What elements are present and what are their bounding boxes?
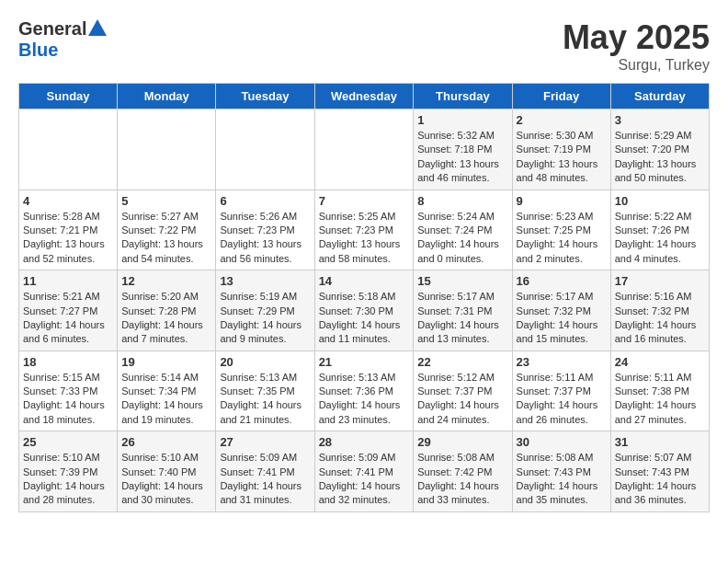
cell-content: Sunrise: 5:21 AM Sunset: 7:27 PM Dayligh…	[23, 290, 113, 347]
day-number: 23	[517, 355, 607, 369]
cell-content: Sunrise: 5:25 AM Sunset: 7:23 PM Dayligh…	[319, 210, 410, 267]
cell-content: Sunrise: 5:13 AM Sunset: 7:36 PM Dayligh…	[319, 371, 410, 428]
day-number: 8	[417, 194, 507, 208]
cell-content: Sunrise: 5:07 AM Sunset: 7:43 PM Dayligh…	[615, 451, 705, 508]
calendar-cell: 20Sunrise: 5:13 AM Sunset: 7:35 PM Dayli…	[216, 350, 314, 431]
calendar-cell: 27Sunrise: 5:09 AM Sunset: 7:41 PM Dayli…	[216, 431, 314, 512]
day-number: 29	[417, 435, 507, 449]
day-header-sunday: Sunday	[19, 84, 118, 109]
calendar-cell: 2Sunrise: 5:30 AM Sunset: 7:19 PM Daylig…	[512, 109, 610, 190]
day-header-saturday: Saturday	[610, 84, 709, 109]
day-header-wednesday: Wednesday	[314, 84, 414, 109]
calendar-cell: 17Sunrise: 5:16 AM Sunset: 7:32 PM Dayli…	[610, 270, 709, 351]
cell-content: Sunrise: 5:16 AM Sunset: 7:32 PM Dayligh…	[615, 290, 705, 347]
day-number: 11	[23, 274, 113, 288]
title-block: May 2025 Surgu, Turkey	[563, 18, 710, 74]
cell-content: Sunrise: 5:11 AM Sunset: 7:37 PM Dayligh…	[517, 371, 607, 428]
day-number: 2	[517, 113, 607, 127]
calendar-table: SundayMondayTuesdayWednesdayThursdayFrid…	[18, 83, 710, 512]
day-number: 18	[23, 355, 113, 369]
day-number: 24	[615, 355, 705, 369]
calendar-cell	[19, 109, 118, 190]
calendar-cell: 14Sunrise: 5:18 AM Sunset: 7:30 PM Dayli…	[314, 270, 414, 351]
day-number: 10	[615, 194, 705, 208]
day-number: 4	[23, 194, 113, 208]
logo-triangle-icon	[88, 19, 107, 36]
day-number: 20	[220, 355, 310, 369]
cell-content: Sunrise: 5:14 AM Sunset: 7:34 PM Dayligh…	[121, 371, 211, 428]
calendar-cell: 29Sunrise: 5:08 AM Sunset: 7:42 PM Dayli…	[414, 431, 512, 512]
calendar-week-2: 4Sunrise: 5:28 AM Sunset: 7:21 PM Daylig…	[19, 190, 710, 270]
day-number: 15	[417, 274, 507, 288]
cell-content: Sunrise: 5:15 AM Sunset: 7:33 PM Dayligh…	[23, 371, 113, 428]
cell-content: Sunrise: 5:08 AM Sunset: 7:43 PM Dayligh…	[517, 451, 607, 508]
cell-content: Sunrise: 5:27 AM Sunset: 7:22 PM Dayligh…	[121, 210, 211, 267]
calendar-week-5: 25Sunrise: 5:10 AM Sunset: 7:39 PM Dayli…	[19, 431, 710, 512]
calendar-cell: 18Sunrise: 5:15 AM Sunset: 7:33 PM Dayli…	[19, 350, 118, 431]
day-number: 7	[319, 194, 410, 208]
logo-blue-text: Blue	[18, 40, 58, 61]
day-number: 12	[121, 274, 211, 288]
cell-content: Sunrise: 5:09 AM Sunset: 7:41 PM Dayligh…	[319, 451, 410, 508]
month-year-title: May 2025	[563, 18, 710, 57]
calendar-week-3: 11Sunrise: 5:21 AM Sunset: 7:27 PM Dayli…	[19, 270, 710, 351]
cell-content: Sunrise: 5:11 AM Sunset: 7:38 PM Dayligh…	[615, 371, 705, 428]
page-header: General Blue May 2025 Surgu, Turkey	[18, 18, 710, 74]
calendar-cell: 19Sunrise: 5:14 AM Sunset: 7:34 PM Dayli…	[118, 350, 216, 431]
logo: General Blue	[18, 18, 107, 61]
calendar-header-row: SundayMondayTuesdayWednesdayThursdayFrid…	[19, 84, 710, 109]
day-number: 5	[121, 194, 211, 208]
calendar-cell: 3Sunrise: 5:29 AM Sunset: 7:20 PM Daylig…	[610, 109, 709, 190]
day-number: 3	[615, 113, 705, 127]
calendar-cell: 6Sunrise: 5:26 AM Sunset: 7:23 PM Daylig…	[216, 190, 314, 270]
day-number: 21	[319, 355, 410, 369]
day-number: 22	[417, 355, 507, 369]
calendar-cell: 26Sunrise: 5:10 AM Sunset: 7:40 PM Dayli…	[118, 431, 216, 512]
calendar-cell: 28Sunrise: 5:09 AM Sunset: 7:41 PM Dayli…	[314, 431, 414, 512]
cell-content: Sunrise: 5:22 AM Sunset: 7:26 PM Dayligh…	[615, 210, 705, 267]
cell-content: Sunrise: 5:28 AM Sunset: 7:21 PM Dayligh…	[23, 210, 113, 267]
day-number: 13	[220, 274, 310, 288]
day-header-thursday: Thursday	[414, 84, 512, 109]
calendar-cell: 10Sunrise: 5:22 AM Sunset: 7:26 PM Dayli…	[610, 190, 709, 270]
day-number: 28	[319, 435, 410, 449]
day-header-tuesday: Tuesday	[216, 84, 314, 109]
day-number: 27	[220, 435, 310, 449]
calendar-cell: 24Sunrise: 5:11 AM Sunset: 7:38 PM Dayli…	[610, 350, 709, 431]
calendar-cell: 12Sunrise: 5:20 AM Sunset: 7:28 PM Dayli…	[118, 270, 216, 351]
cell-content: Sunrise: 5:20 AM Sunset: 7:28 PM Dayligh…	[121, 290, 211, 347]
day-number: 30	[517, 435, 607, 449]
calendar-cell: 9Sunrise: 5:23 AM Sunset: 7:25 PM Daylig…	[512, 190, 610, 270]
cell-content: Sunrise: 5:29 AM Sunset: 7:20 PM Dayligh…	[615, 129, 705, 186]
cell-content: Sunrise: 5:30 AM Sunset: 7:19 PM Dayligh…	[517, 129, 607, 186]
cell-content: Sunrise: 5:26 AM Sunset: 7:23 PM Dayligh…	[220, 210, 310, 267]
calendar-cell	[118, 109, 216, 190]
calendar-week-1: 1Sunrise: 5:32 AM Sunset: 7:18 PM Daylig…	[19, 109, 710, 190]
day-number: 1	[417, 113, 507, 127]
cell-content: Sunrise: 5:17 AM Sunset: 7:31 PM Dayligh…	[417, 290, 507, 347]
logo-general-text: General	[18, 18, 86, 40]
cell-content: Sunrise: 5:10 AM Sunset: 7:40 PM Dayligh…	[121, 451, 211, 508]
location-subtitle: Surgu, Turkey	[563, 57, 710, 74]
calendar-cell: 13Sunrise: 5:19 AM Sunset: 7:29 PM Dayli…	[216, 270, 314, 351]
calendar-cell: 8Sunrise: 5:24 AM Sunset: 7:24 PM Daylig…	[414, 190, 512, 270]
day-number: 31	[615, 435, 705, 449]
day-header-friday: Friday	[512, 84, 610, 109]
cell-content: Sunrise: 5:09 AM Sunset: 7:41 PM Dayligh…	[220, 451, 310, 508]
cell-content: Sunrise: 5:19 AM Sunset: 7:29 PM Dayligh…	[220, 290, 310, 347]
calendar-cell: 4Sunrise: 5:28 AM Sunset: 7:21 PM Daylig…	[19, 190, 118, 270]
calendar-cell: 7Sunrise: 5:25 AM Sunset: 7:23 PM Daylig…	[314, 190, 414, 270]
calendar-cell: 25Sunrise: 5:10 AM Sunset: 7:39 PM Dayli…	[19, 431, 118, 512]
calendar-cell: 21Sunrise: 5:13 AM Sunset: 7:36 PM Dayli…	[314, 350, 414, 431]
calendar-cell: 16Sunrise: 5:17 AM Sunset: 7:32 PM Dayli…	[512, 270, 610, 351]
day-number: 14	[319, 274, 410, 288]
calendar-week-4: 18Sunrise: 5:15 AM Sunset: 7:33 PM Dayli…	[19, 350, 710, 431]
cell-content: Sunrise: 5:17 AM Sunset: 7:32 PM Dayligh…	[517, 290, 607, 347]
cell-content: Sunrise: 5:10 AM Sunset: 7:39 PM Dayligh…	[23, 451, 113, 508]
cell-content: Sunrise: 5:24 AM Sunset: 7:24 PM Dayligh…	[417, 210, 507, 267]
day-number: 9	[517, 194, 607, 208]
calendar-cell: 22Sunrise: 5:12 AM Sunset: 7:37 PM Dayli…	[414, 350, 512, 431]
cell-content: Sunrise: 5:23 AM Sunset: 7:25 PM Dayligh…	[517, 210, 607, 267]
day-number: 25	[23, 435, 113, 449]
cell-content: Sunrise: 5:18 AM Sunset: 7:30 PM Dayligh…	[319, 290, 410, 347]
